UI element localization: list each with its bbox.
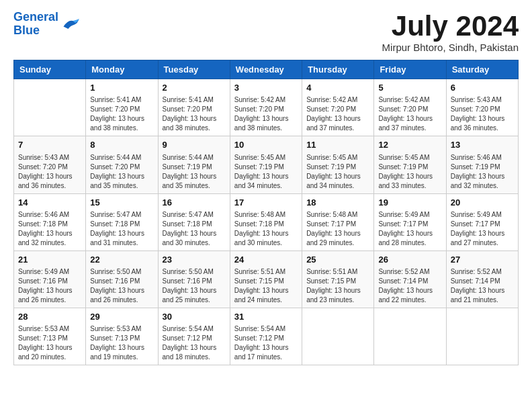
calendar-table: SundayMondayTuesdayWednesdayThursdayFrid… xyxy=(13,60,519,365)
calendar-week-row: 28Sunrise: 5:53 AMSunset: 7:13 PMDayligh… xyxy=(14,308,519,365)
calendar-cell: 17Sunrise: 5:48 AMSunset: 7:18 PMDayligh… xyxy=(230,193,302,250)
cell-sun-info: Sunrise: 5:50 AMSunset: 7:16 PMDaylight:… xyxy=(163,267,226,305)
cell-sun-info: Sunrise: 5:42 AMSunset: 7:20 PMDaylight:… xyxy=(234,95,298,133)
day-number: 21 xyxy=(18,254,81,266)
day-number: 8 xyxy=(90,139,153,151)
cell-sun-info: Sunrise: 5:52 AMSunset: 7:14 PMDaylight:… xyxy=(378,267,441,305)
cell-sun-info: Sunrise: 5:41 AMSunset: 7:20 PMDaylight:… xyxy=(163,95,226,133)
day-number: 11 xyxy=(306,139,369,151)
day-number: 28 xyxy=(18,311,81,323)
cell-sun-info: Sunrise: 5:50 AMSunset: 7:16 PMDaylight:… xyxy=(90,267,153,305)
cell-sun-info: Sunrise: 5:45 AMSunset: 7:19 PMDaylight:… xyxy=(378,153,441,191)
calendar-cell: 7Sunrise: 5:43 AMSunset: 7:20 PMDaylight… xyxy=(14,136,86,193)
day-number: 22 xyxy=(90,254,153,266)
calendar-cell: 15Sunrise: 5:47 AMSunset: 7:18 PMDayligh… xyxy=(86,193,158,250)
logo: General Blue xyxy=(13,11,80,38)
cell-sun-info: Sunrise: 5:54 AMSunset: 7:12 PMDaylight:… xyxy=(163,324,226,362)
cell-sun-info: Sunrise: 5:51 AMSunset: 7:15 PMDaylight:… xyxy=(234,267,298,305)
cell-sun-info: Sunrise: 5:52 AMSunset: 7:14 PMDaylight:… xyxy=(451,267,514,305)
day-number: 4 xyxy=(306,82,369,94)
day-number: 25 xyxy=(306,254,369,266)
cell-sun-info: Sunrise: 5:44 AMSunset: 7:20 PMDaylight:… xyxy=(90,153,153,191)
day-number: 26 xyxy=(378,254,441,266)
day-number: 19 xyxy=(378,197,441,209)
day-number: 13 xyxy=(451,139,514,151)
day-number: 23 xyxy=(163,254,226,266)
calendar-cell xyxy=(446,308,518,365)
calendar-cell: 25Sunrise: 5:51 AMSunset: 7:15 PMDayligh… xyxy=(302,250,374,308)
cell-sun-info: Sunrise: 5:43 AMSunset: 7:20 PMDaylight:… xyxy=(18,153,81,191)
calendar-cell: 8Sunrise: 5:44 AMSunset: 7:20 PMDaylight… xyxy=(86,136,158,193)
day-number: 16 xyxy=(163,197,226,209)
day-number: 14 xyxy=(18,197,81,209)
calendar-cell: 23Sunrise: 5:50 AMSunset: 7:16 PMDayligh… xyxy=(158,250,230,308)
cell-sun-info: Sunrise: 5:49 AMSunset: 7:17 PMDaylight:… xyxy=(451,210,514,248)
weekday-header-sunday: Sunday xyxy=(14,60,86,79)
day-number: 1 xyxy=(90,82,153,94)
weekday-header-friday: Friday xyxy=(374,60,446,79)
calendar-cell: 28Sunrise: 5:53 AMSunset: 7:13 PMDayligh… xyxy=(14,308,86,365)
cell-sun-info: Sunrise: 5:47 AMSunset: 7:18 PMDaylight:… xyxy=(90,210,153,248)
day-number: 27 xyxy=(451,254,514,266)
cell-sun-info: Sunrise: 5:54 AMSunset: 7:12 PMDaylight:… xyxy=(234,324,298,362)
cell-sun-info: Sunrise: 5:42 AMSunset: 7:20 PMDaylight:… xyxy=(378,95,441,133)
calendar-cell: 9Sunrise: 5:44 AMSunset: 7:19 PMDaylight… xyxy=(158,136,230,193)
calendar-cell: 14Sunrise: 5:46 AMSunset: 7:18 PMDayligh… xyxy=(14,193,86,250)
cell-sun-info: Sunrise: 5:51 AMSunset: 7:15 PMDaylight:… xyxy=(306,267,369,305)
calendar-cell: 24Sunrise: 5:51 AMSunset: 7:15 PMDayligh… xyxy=(230,250,302,308)
calendar-cell: 1Sunrise: 5:41 AMSunset: 7:20 PMDaylight… xyxy=(86,79,158,136)
day-number: 24 xyxy=(234,254,298,266)
cell-sun-info: Sunrise: 5:48 AMSunset: 7:18 PMDaylight:… xyxy=(234,210,298,248)
day-number: 31 xyxy=(234,311,298,323)
day-number: 10 xyxy=(234,139,298,151)
logo-bird-icon xyxy=(61,17,80,32)
title-area: July 2024 Mirpur Bhtoro, Sindh, Pakistan xyxy=(382,11,519,53)
day-number: 6 xyxy=(451,82,514,94)
cell-sun-info: Sunrise: 5:42 AMSunset: 7:20 PMDaylight:… xyxy=(306,95,369,133)
cell-sun-info: Sunrise: 5:46 AMSunset: 7:19 PMDaylight:… xyxy=(451,153,514,191)
calendar-week-row: 1Sunrise: 5:41 AMSunset: 7:20 PMDaylight… xyxy=(14,79,519,136)
day-number: 12 xyxy=(378,139,441,151)
calendar-week-row: 7Sunrise: 5:43 AMSunset: 7:20 PMDaylight… xyxy=(14,136,519,193)
cell-sun-info: Sunrise: 5:47 AMSunset: 7:18 PMDaylight:… xyxy=(163,210,226,248)
calendar-cell xyxy=(302,308,374,365)
logo-text: General Blue xyxy=(13,11,58,38)
calendar-cell: 26Sunrise: 5:52 AMSunset: 7:14 PMDayligh… xyxy=(374,250,446,308)
cell-sun-info: Sunrise: 5:49 AMSunset: 7:16 PMDaylight:… xyxy=(18,267,81,305)
calendar-cell: 12Sunrise: 5:45 AMSunset: 7:19 PMDayligh… xyxy=(374,136,446,193)
day-number: 29 xyxy=(90,311,153,323)
calendar-cell: 31Sunrise: 5:54 AMSunset: 7:12 PMDayligh… xyxy=(230,308,302,365)
calendar-cell: 30Sunrise: 5:54 AMSunset: 7:12 PMDayligh… xyxy=(158,308,230,365)
cell-sun-info: Sunrise: 5:46 AMSunset: 7:18 PMDaylight:… xyxy=(18,210,81,248)
location-subtitle: Mirpur Bhtoro, Sindh, Pakistan xyxy=(382,42,519,53)
cell-sun-info: Sunrise: 5:48 AMSunset: 7:17 PMDaylight:… xyxy=(306,210,369,248)
cell-sun-info: Sunrise: 5:44 AMSunset: 7:19 PMDaylight:… xyxy=(163,153,226,191)
day-number: 18 xyxy=(306,197,369,209)
calendar-cell: 11Sunrise: 5:45 AMSunset: 7:19 PMDayligh… xyxy=(302,136,374,193)
cell-sun-info: Sunrise: 5:49 AMSunset: 7:17 PMDaylight:… xyxy=(378,210,441,248)
calendar-cell xyxy=(14,79,86,136)
weekday-header-tuesday: Tuesday xyxy=(158,60,230,79)
calendar-cell: 10Sunrise: 5:45 AMSunset: 7:19 PMDayligh… xyxy=(230,136,302,193)
calendar-cell: 19Sunrise: 5:49 AMSunset: 7:17 PMDayligh… xyxy=(374,193,446,250)
calendar-week-row: 14Sunrise: 5:46 AMSunset: 7:18 PMDayligh… xyxy=(14,193,519,250)
day-number: 3 xyxy=(234,82,298,94)
cell-sun-info: Sunrise: 5:45 AMSunset: 7:19 PMDaylight:… xyxy=(234,153,298,191)
calendar-cell: 18Sunrise: 5:48 AMSunset: 7:17 PMDayligh… xyxy=(302,193,374,250)
month-year-title: July 2024 xyxy=(382,11,519,42)
weekday-header-wednesday: Wednesday xyxy=(230,60,302,79)
calendar-cell: 16Sunrise: 5:47 AMSunset: 7:18 PMDayligh… xyxy=(158,193,230,250)
day-number: 7 xyxy=(18,139,81,151)
day-number: 17 xyxy=(234,197,298,209)
cell-sun-info: Sunrise: 5:43 AMSunset: 7:20 PMDaylight:… xyxy=(451,95,514,133)
day-number: 20 xyxy=(451,197,514,209)
header: General Blue July 2024 Mirpur Bhtoro, Si… xyxy=(13,11,519,53)
calendar-cell: 27Sunrise: 5:52 AMSunset: 7:14 PMDayligh… xyxy=(446,250,518,308)
weekday-header-thursday: Thursday xyxy=(302,60,374,79)
calendar-cell xyxy=(374,308,446,365)
cell-sun-info: Sunrise: 5:41 AMSunset: 7:20 PMDaylight:… xyxy=(90,95,153,133)
weekday-header-saturday: Saturday xyxy=(446,60,518,79)
calendar-cell: 29Sunrise: 5:53 AMSunset: 7:13 PMDayligh… xyxy=(86,308,158,365)
day-number: 9 xyxy=(163,139,226,151)
calendar-cell: 22Sunrise: 5:50 AMSunset: 7:16 PMDayligh… xyxy=(86,250,158,308)
